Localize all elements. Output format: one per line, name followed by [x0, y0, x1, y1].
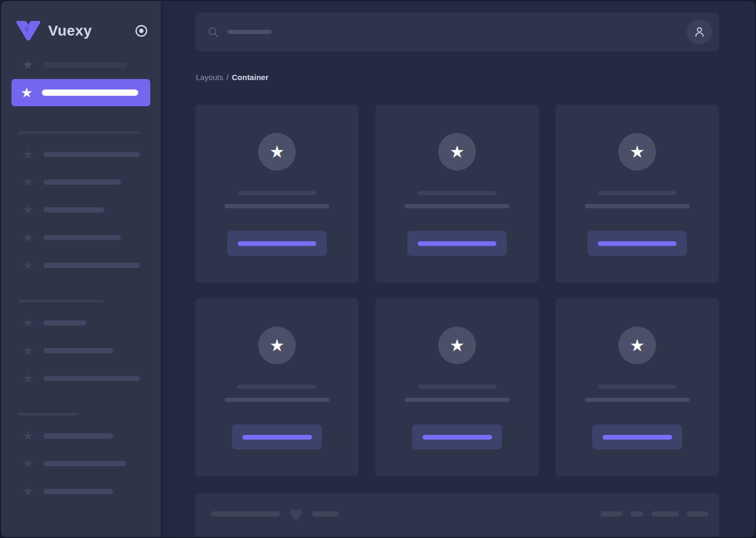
button-label-skeleton: [238, 241, 316, 246]
breadcrumb-section[interactable]: Layouts: [196, 73, 224, 82]
button-label-skeleton: [418, 241, 496, 246]
pin-toggle-icon[interactable]: [135, 24, 148, 38]
main-content: Layouts/Container ★ ★: [161, 1, 755, 537]
card-action-button[interactable]: [227, 231, 327, 256]
sidebar-item[interactable]: ★: [1, 251, 161, 279]
breadcrumb: Layouts/Container: [196, 73, 719, 82]
sidebar-item[interactable]: ★: [1, 223, 161, 251]
sidebar-item[interactable]: ★: [1, 422, 161, 450]
footer-text-skeleton: [312, 511, 339, 517]
user-avatar[interactable]: [687, 19, 712, 44]
skeleton-label: [43, 433, 113, 439]
star-icon: ★: [270, 339, 285, 352]
sidebar-item[interactable]: ★: [1, 59, 161, 71]
star-icon: ★: [21, 59, 35, 71]
star-icon: ★: [21, 317, 35, 329]
sidebar-item[interactable]: ★: [1, 477, 161, 505]
skeleton-label: [43, 152, 140, 157]
brand-name[interactable]: Vuexy: [48, 23, 92, 39]
search-icon: [207, 26, 219, 38]
title-skeleton: [598, 191, 676, 195]
heart-icon[interactable]: [289, 508, 303, 521]
card-avatar: ★: [618, 327, 656, 364]
subtitle-skeleton: [405, 398, 509, 402]
star-icon: ★: [21, 148, 35, 161]
content-card: ★: [375, 105, 539, 283]
sidebar-item[interactable]: ★: [1, 168, 161, 196]
subtitle-skeleton: [225, 398, 329, 402]
sidebar-item[interactable]: ★: [1, 309, 161, 337]
button-label-skeleton: [423, 435, 492, 440]
footer-link-skeleton: [630, 511, 643, 517]
sidebar-section: ★ ★ ★ ★ ★: [1, 131, 161, 279]
sidebar-item-active[interactable]: ★: [12, 79, 150, 106]
skeleton-label: [42, 89, 138, 96]
star-icon: ★: [20, 86, 34, 99]
subtitle-skeleton: [585, 204, 690, 208]
card-avatar: ★: [438, 327, 476, 364]
search-bar[interactable]: [195, 13, 719, 51]
skeleton-label: [43, 320, 86, 326]
footer-text-skeleton: [211, 511, 280, 517]
sidebar-header: Vuexy: [1, 1, 161, 41]
footer-link-skeleton: [601, 511, 622, 517]
subtitle-skeleton: [225, 204, 329, 208]
skeleton-label: [43, 348, 113, 353]
section-heading-skeleton: [18, 131, 139, 134]
brand-logo-icon[interactable]: [16, 20, 41, 41]
content-card: ★: [375, 298, 539, 476]
breadcrumb-current: Container: [232, 73, 269, 82]
star-icon: ★: [450, 339, 465, 352]
subtitle-skeleton: [585, 398, 690, 402]
skeleton-label: [43, 489, 113, 494]
title-skeleton: [598, 385, 676, 389]
content-card: ★: [555, 105, 719, 283]
card-action-button[interactable]: [587, 231, 687, 256]
star-icon: ★: [21, 204, 35, 216]
skeleton-label: [43, 235, 121, 240]
star-icon: ★: [21, 372, 35, 385]
skeleton-label: [43, 263, 140, 268]
card-avatar: ★: [438, 133, 476, 171]
skeleton-label: [43, 62, 127, 68]
sidebar-item[interactable]: ★: [1, 364, 161, 392]
title-skeleton: [238, 191, 316, 195]
content-card: ★: [195, 105, 359, 283]
skeleton-label: [43, 180, 121, 185]
sidebar-item[interactable]: ★: [1, 337, 161, 364]
skeleton-label: [43, 207, 104, 212]
card-action-button[interactable]: [412, 424, 502, 450]
footer-link-skeleton: [651, 511, 679, 517]
title-skeleton: [418, 191, 496, 195]
card-action-button[interactable]: [592, 424, 682, 450]
card-action-button[interactable]: [232, 424, 322, 450]
sidebar-nav: ★ ★ ★ ★ ★: [1, 59, 161, 505]
button-label-skeleton: [598, 241, 676, 246]
card-avatar: ★: [258, 133, 296, 171]
section-heading-skeleton: [18, 413, 77, 416]
content-card: ★: [195, 298, 359, 476]
title-skeleton: [238, 385, 316, 389]
sidebar-item[interactable]: ★: [1, 140, 161, 168]
star-icon: ★: [630, 339, 645, 352]
star-icon: ★: [21, 259, 35, 272]
button-label-skeleton: [242, 435, 312, 440]
sidebar-section: ★ ★ ★: [1, 413, 161, 505]
card-avatar: ★: [258, 327, 296, 364]
sidebar-section: ★ ★ ★: [1, 300, 161, 392]
content-card: ★: [555, 298, 719, 476]
card-grid: ★ ★ ★: [195, 105, 719, 476]
sidebar-item[interactable]: ★: [1, 450, 161, 477]
star-icon: ★: [21, 344, 35, 357]
sidebar: Vuexy ★ ★ ★: [1, 1, 161, 537]
footer-links: [601, 511, 708, 517]
star-icon: ★: [450, 145, 465, 158]
subtitle-skeleton: [405, 204, 509, 208]
sidebar-item[interactable]: ★: [1, 196, 161, 223]
star-icon: ★: [21, 457, 35, 470]
search-placeholder-skeleton: [227, 30, 272, 34]
card-action-button[interactable]: [407, 231, 507, 256]
app-window: Vuexy ★ ★ ★: [0, 0, 756, 538]
star-icon: ★: [21, 176, 35, 188]
skeleton-label: [43, 461, 126, 466]
